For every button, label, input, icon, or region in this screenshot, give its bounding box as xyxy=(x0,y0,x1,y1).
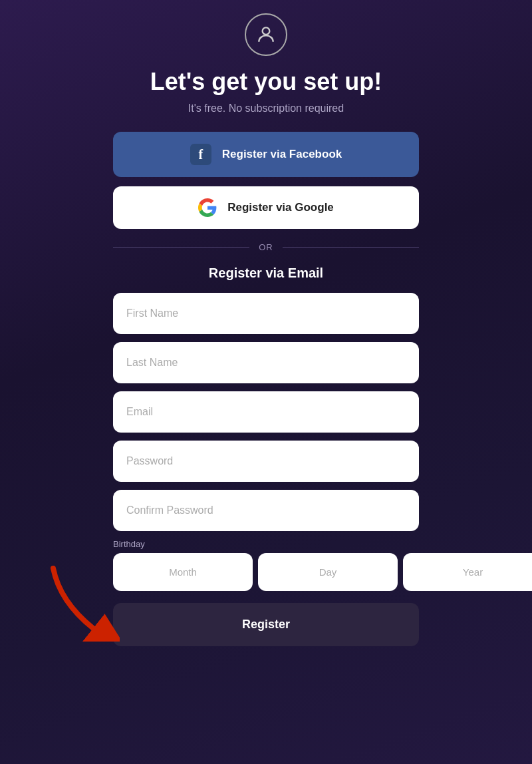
page-subtitle: It's free. No subscription required xyxy=(188,102,344,114)
page-title: Let's get you set up! xyxy=(150,68,382,96)
person-icon xyxy=(255,24,277,45)
divider-left xyxy=(113,247,249,248)
google-icon xyxy=(198,198,217,217)
email-input[interactable] xyxy=(113,391,419,433)
day-input[interactable] xyxy=(258,553,398,591)
birthday-inputs xyxy=(113,553,532,591)
google-button-label: Register via Google xyxy=(227,201,334,214)
divider-right xyxy=(283,247,419,248)
year-input[interactable] xyxy=(403,553,532,591)
password-field xyxy=(113,441,419,482)
first-name-input[interactable] xyxy=(113,293,419,334)
confirm-password-input[interactable] xyxy=(113,490,419,531)
or-divider: OR xyxy=(113,242,419,252)
google-register-button[interactable]: Register via Google xyxy=(113,186,419,229)
facebook-register-button[interactable]: f Register via Facebook xyxy=(113,132,419,177)
facebook-button-label: Register via Facebook xyxy=(222,148,342,161)
confirm-password-field xyxy=(113,490,419,531)
user-avatar-icon xyxy=(245,13,287,56)
facebook-icon: f xyxy=(190,144,211,165)
register-button-label: Register xyxy=(242,618,290,631)
birthday-gender-row: Birthday Gender Male Female Non-binary P… xyxy=(113,539,419,591)
arrow-annotation xyxy=(40,562,120,644)
email-section-title: Register via Email xyxy=(209,266,323,281)
last-name-input[interactable] xyxy=(113,342,419,383)
arrow-icon xyxy=(40,562,120,642)
birthday-label: Birthday xyxy=(113,539,532,549)
birthday-section: Birthday xyxy=(113,539,532,591)
password-input[interactable] xyxy=(113,441,419,482)
email-field xyxy=(113,391,419,433)
register-button[interactable]: Register xyxy=(113,603,419,646)
last-name-field xyxy=(113,342,419,383)
or-label: OR xyxy=(259,242,273,252)
month-input[interactable] xyxy=(113,553,253,591)
svg-point-0 xyxy=(263,27,270,35)
first-name-field xyxy=(113,293,419,334)
registration-container: Let's get you set up! It's free. No subs… xyxy=(113,13,419,646)
